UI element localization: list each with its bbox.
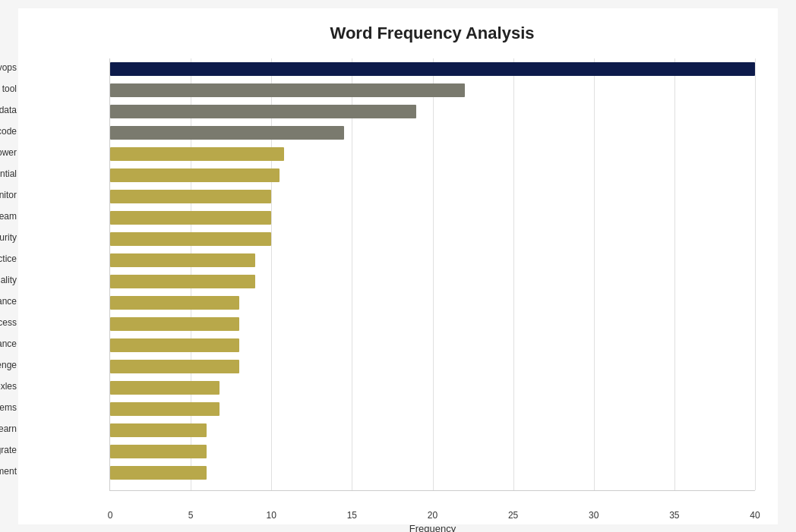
bar-row <box>110 168 755 182</box>
bar-row <box>110 423 755 437</box>
y-label-monitor: monitor <box>0 190 17 200</box>
y-label-learn: learn <box>0 424 17 433</box>
bar-learn <box>110 423 207 437</box>
x-tick: 5 <box>188 510 194 521</box>
y-label-power: power <box>0 148 17 157</box>
y-label-quality: quality <box>0 275 17 285</box>
bar-data <box>110 105 416 118</box>
bar-row <box>110 232 755 246</box>
bar-row <box>110 83 755 97</box>
bar-integrate <box>110 445 207 458</box>
bar-quality <box>110 275 255 288</box>
bar-row <box>110 317 755 331</box>
y-label-challenge: challenge <box>0 360 17 370</box>
bar-row <box>110 211 755 225</box>
bar-deployment <box>110 466 207 480</box>
bar-row <box>110 126 755 140</box>
y-label-systems: systems <box>0 403 17 412</box>
bar-process <box>110 317 239 331</box>
bar-row <box>110 190 755 203</box>
bar-row <box>110 105 755 118</box>
x-tick: 25 <box>508 510 518 521</box>
bar-potential <box>110 168 280 182</box>
y-label-potential: potential <box>0 169 17 178</box>
y-label-practice: practice <box>0 254 17 263</box>
bar-challenge <box>110 360 239 373</box>
bar-row <box>110 466 755 480</box>
bar-systems <box>110 402 220 416</box>
y-label-enhance: enhance <box>0 297 17 306</box>
bar-row <box>110 62 755 76</box>
x-tick: 20 <box>428 510 437 521</box>
x-tick: 10 <box>267 510 276 521</box>
bar-row <box>110 296 755 310</box>
bar-row <box>110 147 755 161</box>
y-label-data: data <box>0 105 17 115</box>
bar-code <box>110 126 344 140</box>
bar-practice <box>110 253 255 267</box>
x-tick: 15 <box>347 510 357 521</box>
bar-row <box>110 402 755 416</box>
bar-row <box>110 253 755 267</box>
bar-power <box>110 147 284 161</box>
x-axis-title: Frequency <box>110 523 755 533</box>
y-label-code: code <box>0 127 17 136</box>
bar-row <box>110 381 755 395</box>
y-label-team: team <box>0 212 17 221</box>
bar-enhance <box>110 296 239 310</box>
y-label-deployment: deployment <box>0 467 17 476</box>
bar-security <box>110 232 271 246</box>
chart-title: Word Frequency Analysis <box>109 24 755 43</box>
bar-tool <box>110 83 465 97</box>
bar-team <box>110 211 271 225</box>
x-tick: 0 <box>108 510 113 521</box>
bar-row <box>110 338 755 352</box>
x-tick: 40 <box>750 510 760 521</box>
bar-exles <box>110 381 220 395</box>
grid-line <box>755 58 756 490</box>
bar-row <box>110 445 755 458</box>
x-tick: 35 <box>669 510 679 521</box>
chart-area: devopstooldatacodepowerpotentialmonitort… <box>109 58 755 491</box>
chart-container: Word Frequency Analysis devopstooldataco… <box>18 8 778 524</box>
y-label-exles: exles <box>0 382 17 391</box>
y-label-tool: tool <box>0 84 17 93</box>
bar-row <box>110 360 755 373</box>
bar-row <box>110 275 755 288</box>
y-label-performance: performance <box>0 339 17 348</box>
bar-performance <box>110 338 239 352</box>
y-label-security: security <box>0 233 17 242</box>
y-label-process: process <box>0 318 17 327</box>
y-label-integrate: integrate <box>0 445 17 455</box>
x-tick: 30 <box>589 510 599 521</box>
bar-monitor <box>110 190 271 203</box>
y-label-devops: devops <box>0 63 17 72</box>
bar-devops <box>110 62 755 76</box>
